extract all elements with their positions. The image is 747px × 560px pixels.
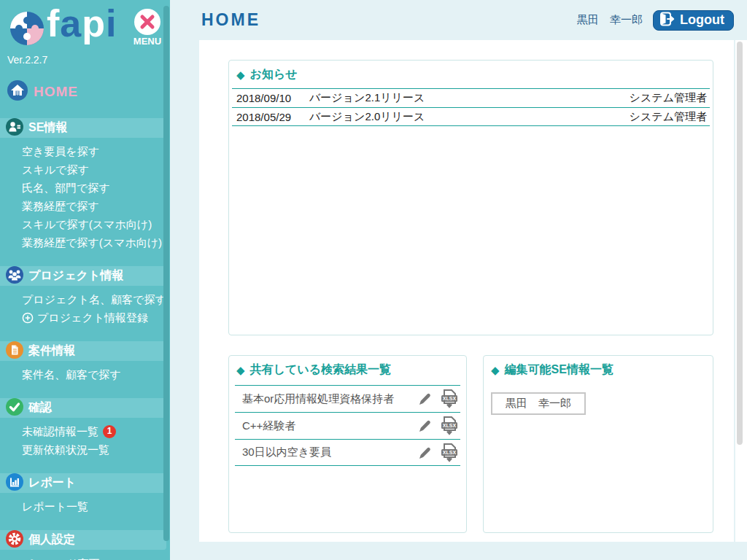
logged-in-user-name: 黒田 幸一郎 bbox=[577, 13, 643, 27]
app-root: fapi MENU Ver.2.2.7 HOME bbox=[0, 0, 747, 560]
sidebar-item[interactable]: 案件名、顧客で探す bbox=[0, 365, 170, 384]
diamond-icon: ◆ bbox=[236, 364, 245, 377]
person-icon bbox=[6, 118, 23, 139]
document-icon bbox=[6, 341, 23, 362]
notices-box: ◆ お知らせ 2018/09/10 バージョン2.1リリース システム管理者 2… bbox=[228, 60, 713, 335]
logout-door-icon bbox=[659, 12, 676, 28]
content-panel: ◆ お知らせ 2018/09/10 バージョン2.1リリース システム管理者 2… bbox=[199, 40, 734, 542]
editable-se-title: ◆ 編集可能SE情報一覧 bbox=[484, 356, 713, 382]
sidebar-section-se: SE情報 空き要員を探す スキルで探す 氏名、部門で探す 業務経歴で探す スキル… bbox=[0, 118, 170, 252]
sidebar-section-report: レポート レポート一覧 bbox=[0, 473, 170, 516]
plus-circle-icon bbox=[22, 312, 34, 324]
sidebar-item[interactable]: プロジェクト名、顧客で探す bbox=[0, 290, 170, 308]
logo-row: fapi MENU bbox=[0, 0, 170, 48]
notice-row[interactable]: 2018/05/29 バージョン2.0リリース システム管理者 bbox=[232, 107, 710, 126]
main-scrollbar-track[interactable] bbox=[735, 40, 747, 542]
diamond-icon: ◆ bbox=[236, 69, 245, 82]
editable-se-box: ◆ 編集可能SE情報一覧 黒田 幸一郎 bbox=[483, 355, 713, 533]
sidebar-item-home[interactable]: HOME bbox=[7, 80, 170, 104]
xlsx-download-icon[interactable]: XLSX bbox=[438, 389, 460, 409]
notice-text: バージョン2.1リリース bbox=[309, 91, 630, 105]
sidebar-section-header-case: 案件情報 bbox=[0, 341, 166, 361]
notice-author: システム管理者 bbox=[630, 110, 710, 124]
sidebar-item[interactable]: スキルで探す(スマホ向け) bbox=[0, 215, 170, 233]
home-icon bbox=[7, 80, 28, 104]
user-area: 黒田 幸一郎 Logout bbox=[577, 10, 734, 31]
logout-label: Logout bbox=[680, 12, 724, 28]
notices-title: ◆ お知らせ bbox=[229, 61, 713, 87]
shared-results-table: 基本or応用情報処理資格保持者 XLSX bbox=[235, 385, 460, 466]
sidebar-section-header-se: SE情報 bbox=[0, 118, 166, 138]
edit-pencil-icon[interactable] bbox=[417, 445, 433, 461]
shared-result-row: 30日以内空き要員 XLSX bbox=[235, 439, 460, 466]
edit-pencil-icon[interactable] bbox=[417, 391, 433, 407]
shared-results-box: ◆ 共有している検索結果一覧 基本or応用情報処理資格保持者 bbox=[228, 355, 467, 533]
sidebar: fapi MENU Ver.2.2.7 HOME bbox=[0, 0, 170, 560]
sidebar-home-label: HOME bbox=[34, 84, 78, 100]
shared-result-label[interactable]: 30日以内空き要員 bbox=[235, 446, 331, 459]
sidebar-item[interactable]: 空き要員を探す bbox=[0, 142, 170, 160]
app-version: Ver.2.2.7 bbox=[7, 54, 170, 66]
svg-text:XLSX: XLSX bbox=[443, 450, 457, 455]
shared-result-row: C++経験者 XLSX bbox=[235, 412, 460, 439]
sidebar-item[interactable]: プロジェクト情報登録 bbox=[0, 308, 170, 327]
sidebar-section-header-settings: 個人設定 bbox=[0, 530, 166, 550]
menu-label: MENU bbox=[132, 36, 163, 47]
sidebar-section-header-report: レポート bbox=[0, 473, 166, 493]
notice-date: 2018/09/10 bbox=[232, 92, 309, 104]
sidebar-item[interactable]: スキルで探す bbox=[0, 160, 170, 179]
sidebar-item[interactable]: 未確認情報一覧 1 bbox=[0, 422, 170, 440]
sidebar-section-project: プロジェクト情報 プロジェクト名、顧客で探す プロジェクト情報登録 bbox=[0, 266, 170, 327]
logout-button[interactable]: Logout bbox=[653, 10, 734, 31]
fapi-puzzle-logo-icon bbox=[9, 10, 45, 47]
check-icon bbox=[6, 398, 23, 419]
sidebar-section-case: 案件情報 案件名、顧客で探す bbox=[0, 341, 170, 384]
sidebar-section-header-project: プロジェクト情報 bbox=[0, 266, 166, 286]
notice-author: システム管理者 bbox=[630, 91, 710, 105]
shared-result-label[interactable]: 基本or応用情報処理資格保持者 bbox=[235, 392, 394, 406]
svg-text:XLSX: XLSX bbox=[443, 396, 457, 401]
app-logo-text: fapi bbox=[47, 1, 117, 45]
notice-row[interactable]: 2018/09/10 バージョン2.1リリース システム管理者 bbox=[232, 88, 710, 107]
main-scrollbar-thumb[interactable] bbox=[737, 42, 743, 445]
unconfirmed-count-badge: 1 bbox=[103, 425, 116, 438]
xlsx-download-icon[interactable]: XLSX bbox=[438, 443, 460, 463]
sidebar-section-confirm: 確認 未確認情報一覧 1 更新依頼状況一覧 bbox=[0, 398, 170, 459]
shared-result-row: 基本or応用情報処理資格保持者 XLSX bbox=[235, 385, 460, 412]
gear-icon bbox=[6, 530, 23, 551]
sidebar-item[interactable]: 業務経歴で探す(スマホ向け) bbox=[0, 233, 170, 252]
sidebar-item[interactable]: 氏名、部門で探す bbox=[0, 179, 170, 197]
close-icon[interactable] bbox=[134, 9, 160, 35]
sidebar-section-settings: 個人設定 パスワード変更 bbox=[0, 530, 170, 560]
menu-close-button[interactable]: MENU bbox=[132, 9, 163, 47]
editable-se-item[interactable]: 黒田 幸一郎 bbox=[491, 392, 586, 415]
shared-result-label[interactable]: C++経験者 bbox=[235, 419, 295, 433]
diamond-icon: ◆ bbox=[491, 364, 500, 377]
xlsx-download-icon[interactable]: XLSX bbox=[438, 416, 460, 436]
sidebar-item[interactable]: 業務経歴で探す bbox=[0, 197, 170, 215]
main-header: HOME 黒田 幸一郎 Logout bbox=[199, 0, 734, 40]
sidebar-item[interactable]: 更新依頼状況一覧 bbox=[0, 440, 170, 459]
edit-pencil-icon[interactable] bbox=[417, 418, 433, 434]
sidebar-item[interactable]: パスワード変更 bbox=[0, 554, 170, 560]
notice-text: バージョン2.0リリース bbox=[309, 110, 630, 124]
shared-results-title: ◆ 共有している検索結果一覧 bbox=[229, 356, 466, 382]
people-icon bbox=[6, 266, 23, 287]
notices-table: 2018/09/10 バージョン2.1リリース システム管理者 2018/05/… bbox=[232, 88, 710, 126]
svg-text:XLSX: XLSX bbox=[443, 423, 457, 428]
notice-date: 2018/05/29 bbox=[232, 111, 309, 123]
sidebar-scrollbar[interactable] bbox=[163, 6, 169, 541]
sidebar-section-header-confirm: 確認 bbox=[0, 398, 166, 418]
bar-chart-icon bbox=[6, 473, 23, 494]
sidebar-item[interactable]: レポート一覧 bbox=[0, 497, 170, 516]
page-title: HOME bbox=[201, 10, 260, 30]
